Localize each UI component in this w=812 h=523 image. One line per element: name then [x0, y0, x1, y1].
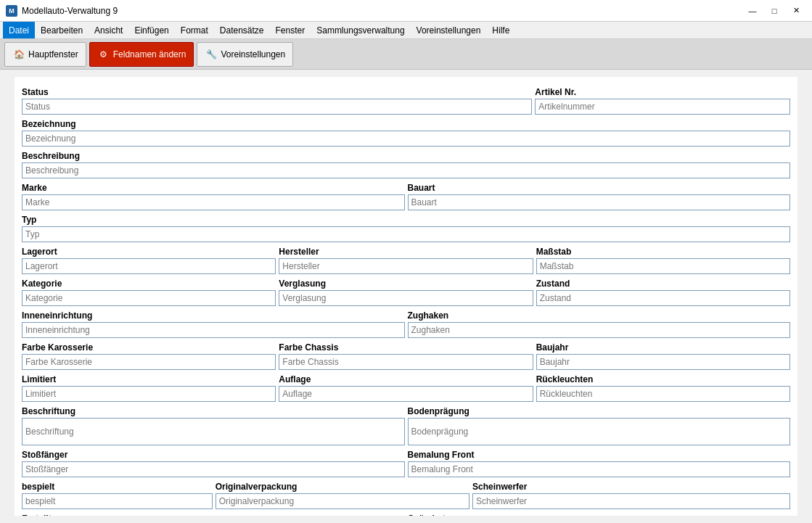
voreinstellungen-label: Voreinstellungen	[221, 49, 285, 59]
menu-bar: Datei Bearbeiten Ansicht Einfügen Format…	[0, 22, 812, 39]
zustand-label: Zustand	[536, 279, 790, 289]
massstab-label: Maßstab	[536, 247, 790, 257]
row-marke-bauart: Marke Bauart	[22, 183, 790, 210]
menu-voreinstellungen[interactable]: Voreinstellungen	[411, 22, 487, 38]
menu-sammlungsverwaltung[interactable]: Sammlungsverwaltung	[311, 22, 410, 38]
title-bar-left: M Modellauto-Verwaltung 9	[6, 5, 118, 17]
col-bauart: Bauart	[408, 183, 791, 210]
auflage-input[interactable]	[279, 386, 533, 402]
col-baujahr: Baujahr	[536, 342, 790, 370]
hersteller-input[interactable]	[279, 258, 533, 274]
zughaken-label: Zughaken	[408, 310, 791, 321]
title-bar: M Modellauto-Verwaltung 9 — □ ✕	[0, 0, 812, 22]
menu-bearbeiten[interactable]: Bearbeiten	[35, 22, 89, 38]
row-erstellt-geaendert: Erstellt Geändert	[22, 514, 790, 516]
hauptfenster-label: Hauptfenster	[28, 49, 78, 59]
bespielt-label: bespielt	[22, 482, 213, 492]
bodenpraegung-input[interactable]	[408, 418, 791, 445]
row-typ: Typ	[22, 215, 790, 242]
minimize-button[interactable]: —	[742, 4, 763, 18]
col-hersteller: Hersteller	[279, 247, 533, 274]
massstab-input[interactable]	[536, 258, 790, 274]
marke-input[interactable]	[22, 194, 405, 210]
beschreibung-label: Beschreibung	[22, 151, 790, 161]
farbe-karosserie-input[interactable]	[22, 354, 276, 370]
inneneinrichtung-input[interactable]	[22, 322, 405, 338]
limitiert-input[interactable]	[22, 386, 276, 402]
lagerort-input[interactable]	[22, 258, 276, 274]
verglasung-label: Verglasung	[279, 279, 533, 289]
col-massstab: Maßstab	[536, 247, 790, 274]
lagerort-label: Lagerort	[22, 247, 276, 257]
main-content: Status Artikel Nr. Bezeichnung Beschreib…	[15, 77, 797, 516]
feldnamen-button[interactable]: ⚙ Feldnamen ändern	[89, 42, 194, 67]
zustand-input[interactable]	[536, 290, 790, 306]
bespielt-input[interactable]	[22, 493, 213, 509]
row-beschreibung: Beschreibung	[22, 151, 790, 178]
col-rueckleuchten: Rückleuchten	[536, 374, 790, 402]
auflage-label: Auflage	[279, 374, 533, 384]
row-inneneinrichtung-zughaken: Inneneinrichtung Zughaken	[22, 310, 790, 338]
zughaken-input[interactable]	[408, 322, 791, 338]
rueckleuchten-label: Rückleuchten	[536, 374, 790, 384]
voreinstellungen-button[interactable]: 🔧 Voreinstellungen	[197, 42, 293, 67]
verglasung-input[interactable]	[279, 290, 533, 306]
window-title: Modellauto-Verwaltung 9	[22, 6, 118, 16]
col-zustand: Zustand	[536, 279, 790, 306]
menu-format[interactable]: Format	[175, 22, 214, 38]
col-zughaken: Zughaken	[408, 310, 791, 338]
menu-datei[interactable]: Datei	[3, 22, 35, 38]
toolbar: 🏠 Hauptfenster ⚙ Feldnamen ändern 🔧 Vore…	[0, 39, 812, 70]
farbe-chassis-input[interactable]	[279, 354, 533, 370]
menu-einfuegen[interactable]: Einfügen	[128, 22, 174, 38]
scheinwerfer-input[interactable]	[472, 493, 790, 509]
menu-datensaetze[interactable]: Datensätze	[214, 22, 270, 38]
farbe-karosserie-label: Farbe Karosserie	[22, 342, 276, 353]
row-limitiert-auflage-rueckleuchten: Limitiert Auflage Rückleuchten	[22, 374, 790, 402]
kategorie-label: Kategorie	[22, 279, 276, 289]
house-icon: 🏠	[12, 48, 25, 61]
menu-ansicht[interactable]: Ansicht	[89, 22, 128, 38]
maximize-button[interactable]: □	[764, 4, 784, 18]
originalverpackung-input[interactable]	[216, 493, 469, 509]
typ-input[interactable]	[22, 226, 790, 242]
row-bespielt-originalverpackung-scheinwerfer: bespielt Originalverpackung Scheinwerfer	[22, 482, 790, 509]
col-artikel: Artikel Nr.	[535, 87, 790, 115]
geaendert-label: Geändert	[408, 514, 791, 516]
stossfaenger-input[interactable]	[22, 461, 405, 477]
wrench-icon: 🔧	[205, 48, 218, 61]
col-beschreibung: Beschreibung	[22, 151, 790, 178]
close-button[interactable]: ✕	[786, 4, 806, 18]
feldnamen-label: Feldnamen ändern	[113, 49, 186, 59]
bauart-label: Bauart	[408, 183, 791, 193]
row-stossfaenger-bemalung: Stoßfänger Bemalung Front	[22, 450, 790, 477]
kategorie-input[interactable]	[22, 290, 276, 306]
baujahr-label: Baujahr	[536, 342, 790, 353]
col-auflage: Auflage	[279, 374, 533, 402]
erstellt-label: Erstellt	[22, 514, 405, 516]
col-status: Status	[22, 87, 532, 115]
gear-icon: ⚙	[97, 48, 110, 61]
col-stossfaenger: Stoßfänger	[22, 450, 405, 477]
status-input[interactable]	[22, 99, 532, 115]
bemalung-front-input[interactable]	[408, 461, 791, 477]
beschriftung-input[interactable]	[22, 418, 405, 445]
menu-hilfe[interactable]: Hilfe	[486, 22, 515, 38]
row-lagerort-hersteller-massstab: Lagerort Hersteller Maßstab	[22, 247, 790, 274]
col-bespielt: bespielt	[22, 482, 213, 509]
inneneinrichtung-label: Inneneinrichtung	[22, 310, 405, 321]
col-originalverpackung: Originalverpackung	[216, 482, 469, 509]
artikel-nr-label: Artikel Nr.	[535, 87, 790, 97]
beschreibung-input[interactable]	[22, 162, 790, 178]
col-marke: Marke	[22, 183, 405, 210]
row-status-artikel: Status Artikel Nr.	[22, 87, 790, 115]
rueckleuchten-input[interactable]	[536, 386, 790, 402]
hauptfenster-button[interactable]: 🏠 Hauptfenster	[4, 42, 86, 67]
col-limitiert: Limitiert	[22, 374, 276, 402]
bezeichnung-input[interactable]	[22, 131, 790, 147]
limitiert-label: Limitiert	[22, 374, 276, 384]
artikel-nr-input[interactable]	[535, 99, 790, 115]
bauart-input[interactable]	[408, 194, 791, 210]
menu-fenster[interactable]: Fenster	[270, 22, 311, 38]
baujahr-input[interactable]	[536, 354, 790, 370]
